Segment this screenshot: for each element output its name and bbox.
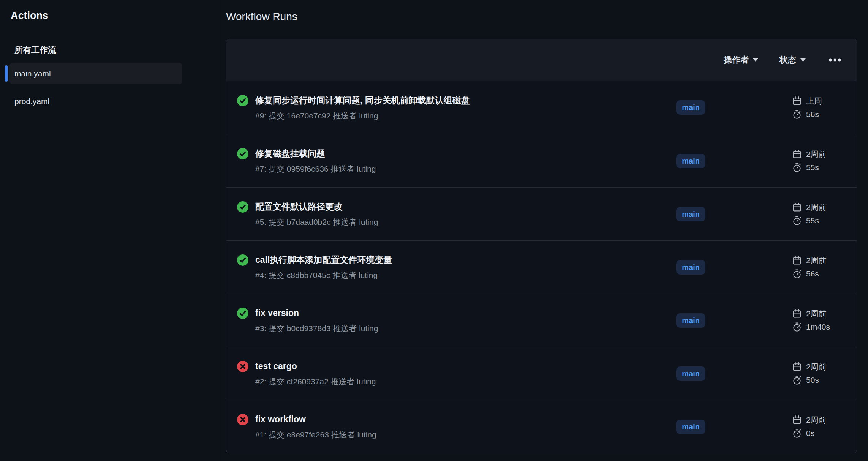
chevron-down-icon xyxy=(800,58,806,62)
run-commit-info: #2: 提交 cf260937a2 推送者 luting xyxy=(255,376,376,387)
run-text: 修复同步运行时间计算问题, 同步关机前卸载默认组磁盘 #9: 提交 16e70e… xyxy=(255,94,470,122)
run-summary: fix workflow #1: 提交 e8e97fe263 推送者 lutin… xyxy=(237,413,676,440)
run-summary: fix version #3: 提交 b0cd9378d3 推送者 luting xyxy=(237,306,676,334)
run-date-line: 2周前 xyxy=(792,362,845,372)
run-date: 上周 xyxy=(806,96,822,106)
run-duration: 1m40s xyxy=(806,322,830,332)
run-date: 2周前 xyxy=(806,256,827,265)
run-duration-line: 0s xyxy=(792,428,845,438)
run-date-line: 2周前 xyxy=(792,309,845,319)
branch-cell: main xyxy=(676,100,705,115)
status-filter-dropdown[interactable]: 状态 xyxy=(779,54,806,66)
run-meta-cell: 2周前 55s xyxy=(792,202,845,226)
check-circle-icon xyxy=(237,95,248,106)
calendar-icon xyxy=(792,415,802,425)
workflow-list: main.yaml prod.yaml xyxy=(9,63,182,112)
runs-card: 操作者 状态 xyxy=(226,39,857,453)
branch-badge[interactable]: main xyxy=(676,313,705,328)
workflow-run-row[interactable]: fix version #3: 提交 b0cd9378d3 推送者 luting… xyxy=(226,294,857,347)
run-title[interactable]: 配置文件默认路径更改 xyxy=(255,200,378,213)
run-summary: 配置文件默认路径更改 #5: 提交 b7daad0b2c 推送者 luting xyxy=(237,200,676,228)
run-text: fix version #3: 提交 b0cd9378d3 推送者 luting xyxy=(255,306,378,334)
branch-badge[interactable]: main xyxy=(676,100,705,115)
run-commit-info: #4: 提交 c8dbb7045c 推送者 luting xyxy=(255,270,392,281)
run-date-line: 2周前 xyxy=(792,202,845,212)
run-date-line: 2周前 xyxy=(792,415,845,425)
run-text: test cargo #2: 提交 cf260937a2 推送者 luting xyxy=(255,360,376,387)
run-text: 修复磁盘挂载问题 #7: 提交 0959f6c636 推送者 luting xyxy=(255,147,376,175)
branch-badge[interactable]: main xyxy=(676,207,705,221)
workflow-run-row[interactable]: fix workflow #1: 提交 e8e97fe263 推送者 lutin… xyxy=(226,400,857,453)
run-text: 配置文件默认路径更改 #5: 提交 b7daad0b2c 推送者 luting xyxy=(255,200,378,228)
run-meta-cell: 2周前 55s xyxy=(792,149,845,172)
run-duration: 56s xyxy=(806,269,819,279)
branch-badge[interactable]: main xyxy=(676,154,705,168)
run-title[interactable]: 修复磁盘挂载问题 xyxy=(255,147,376,160)
sidebar-item-main-yaml[interactable]: main.yaml xyxy=(9,63,182,84)
workflow-run-row[interactable]: 配置文件默认路径更改 #5: 提交 b7daad0b2c 推送者 luting … xyxy=(226,187,857,240)
run-title[interactable]: 修复同步运行时间计算问题, 同步关机前卸载默认组磁盘 xyxy=(255,94,470,107)
workflow-run-row[interactable]: 修复磁盘挂载问题 #7: 提交 0959f6c636 推送者 luting ma… xyxy=(226,134,857,187)
run-summary: test cargo #2: 提交 cf260937a2 推送者 luting xyxy=(237,360,676,387)
branch-badge[interactable]: main xyxy=(676,260,705,275)
check-circle-icon xyxy=(237,148,248,159)
branch-cell: main xyxy=(676,420,705,434)
run-meta-cell: 2周前 50s xyxy=(792,362,845,385)
run-duration: 55s xyxy=(806,163,819,172)
actor-filter-dropdown[interactable]: 操作者 xyxy=(724,54,758,66)
stopwatch-icon xyxy=(792,109,802,119)
stopwatch-icon xyxy=(792,375,802,385)
calendar-icon xyxy=(792,202,802,212)
run-summary: 修复磁盘挂载问题 #7: 提交 0959f6c636 推送者 luting xyxy=(237,147,676,175)
sidebar-title: Actions xyxy=(11,10,219,22)
check-circle-icon xyxy=(237,201,248,213)
branch-cell: main xyxy=(676,313,705,328)
run-commit-info: #5: 提交 b7daad0b2c 推送者 luting xyxy=(255,216,378,228)
branch-cell: main xyxy=(676,366,705,381)
workflow-run-row[interactable]: 修复同步运行时间计算问题, 同步关机前卸载默认组磁盘 #9: 提交 16e70e… xyxy=(226,81,857,134)
stopwatch-icon xyxy=(792,428,802,438)
all-workflows-label[interactable]: 所有工作流 xyxy=(14,44,219,56)
run-title[interactable]: test cargo xyxy=(255,360,376,373)
actions-sidebar: Actions 所有工作流 main.yaml prod.yaml xyxy=(0,0,219,461)
runs-filter-bar: 操作者 状态 xyxy=(226,39,857,81)
run-title[interactable]: call执行脚本添加配置文件环境变量 xyxy=(255,253,392,266)
sidebar-item-prod-yaml[interactable]: prod.yaml xyxy=(9,90,182,112)
calendar-icon xyxy=(792,256,802,265)
workflow-run-row[interactable]: call执行脚本添加配置文件环境变量 #4: 提交 c8dbb7045c 推送者… xyxy=(226,240,857,294)
branch-badge[interactable]: main xyxy=(676,366,705,381)
calendar-icon xyxy=(792,149,802,159)
run-title[interactable]: fix version xyxy=(255,306,378,319)
stopwatch-icon xyxy=(792,163,802,172)
x-circle-icon xyxy=(237,361,248,372)
run-duration-line: 50s xyxy=(792,375,845,385)
x-circle-icon xyxy=(237,414,248,425)
branch-cell: main xyxy=(676,207,705,221)
chevron-down-icon xyxy=(753,58,758,62)
run-commit-info: #3: 提交 b0cd9378d3 推送者 luting xyxy=(255,323,378,334)
page-title: Workflow Runs xyxy=(226,11,860,23)
check-circle-icon xyxy=(237,308,248,319)
run-duration-line: 55s xyxy=(792,216,845,226)
status-filter-label: 状态 xyxy=(779,54,796,66)
actor-filter-label: 操作者 xyxy=(724,54,749,66)
run-duration-line: 55s xyxy=(792,163,845,172)
run-duration-line: 1m40s xyxy=(792,322,845,332)
branch-cell: main xyxy=(676,260,705,275)
run-date-line: 2周前 xyxy=(792,256,845,265)
run-duration: 0s xyxy=(806,428,814,438)
run-summary: 修复同步运行时间计算问题, 同步关机前卸载默认组磁盘 #9: 提交 16e70e… xyxy=(237,94,676,122)
workflow-run-row[interactable]: test cargo #2: 提交 cf260937a2 推送者 luting … xyxy=(226,347,857,400)
run-date: 2周前 xyxy=(806,202,827,212)
calendar-icon xyxy=(792,362,802,372)
run-date: 2周前 xyxy=(806,415,827,425)
run-date: 2周前 xyxy=(806,362,827,372)
kebab-menu-icon[interactable] xyxy=(827,57,843,63)
run-text: fix workflow #1: 提交 e8e97fe263 推送者 lutin… xyxy=(255,413,376,440)
run-meta-cell: 2周前 1m40s xyxy=(792,309,845,332)
run-title[interactable]: fix workflow xyxy=(255,413,376,426)
run-commit-info: #9: 提交 16e70e7c92 推送者 luting xyxy=(255,110,470,122)
branch-badge[interactable]: main xyxy=(676,420,705,434)
stopwatch-icon xyxy=(792,216,802,226)
run-commit-info: #1: 提交 e8e97fe263 推送者 luting xyxy=(255,429,376,440)
